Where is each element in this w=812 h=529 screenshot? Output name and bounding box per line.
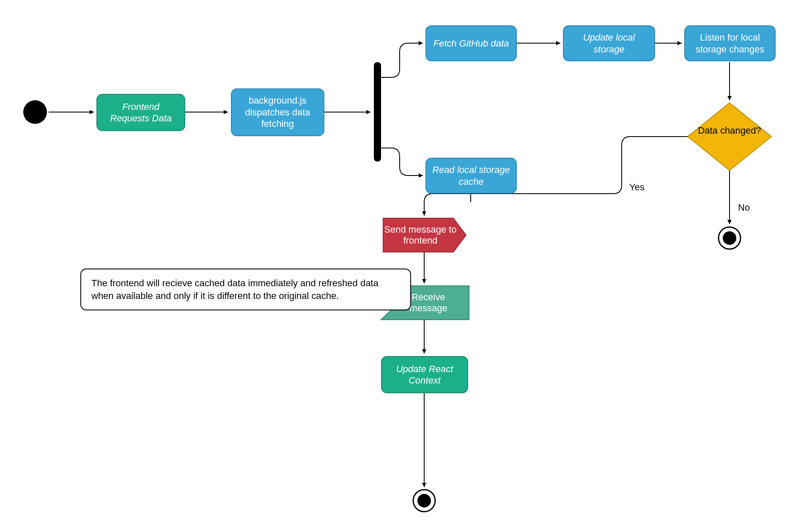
edges-layer-4 (0, 0, 812, 529)
edge-label-no: No (738, 202, 750, 213)
edge-label-yes: Yes (629, 182, 645, 193)
edge-label-yes-text: Yes (629, 182, 645, 192)
diagram-canvas: Frontend Requests Data background.js dis… (0, 0, 812, 529)
note-text: The frontend will recieve cached data im… (91, 278, 379, 301)
note-box: The frontend will recieve cached data im… (80, 269, 411, 310)
edge-label-no-text: No (738, 202, 750, 213)
